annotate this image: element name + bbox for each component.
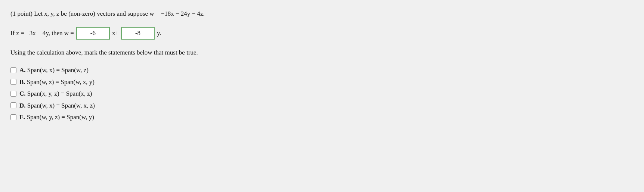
checkbox-e[interactable]: [10, 114, 16, 120]
choice-item-b: B. Span(w, z) = Span(w, x, y): [10, 77, 634, 87]
choice-label-c: C. Span(x, y, z) = Span(x, z): [19, 89, 92, 99]
checkbox-c[interactable]: [10, 91, 16, 97]
choice-letter-e: E.: [19, 114, 25, 121]
fill-in-line: If z = −3x − 4y, then w = -6 x+ -8 y.: [10, 27, 634, 40]
instruction-text: Using the calculation above, mark the st…: [10, 48, 634, 58]
choice-letter-a: A.: [19, 66, 26, 74]
header-text: (1 point) Let x, y, z be (non-zero) vect…: [10, 10, 205, 17]
choice-item-d: D. Span(w, x) = Span(w, x, z): [10, 101, 634, 111]
checkbox-a[interactable]: [10, 67, 16, 73]
choice-item-c: C. Span(x, y, z) = Span(x, z): [10, 89, 634, 99]
instruction-label: Using the calculation above, mark the st…: [10, 49, 198, 56]
choice-letter-b: B.: [19, 78, 25, 86]
choice-item-a: A. Span(w, x) = Span(w, z): [10, 65, 634, 75]
choice-label-d: D. Span(w, x) = Span(w, x, z): [19, 101, 95, 111]
choice-item-e: E. Span(w, y, z) = Span(w, y): [10, 112, 634, 122]
choice-label-b: B. Span(w, z) = Span(w, x, y): [19, 77, 95, 87]
fill-in-suffix: y.: [157, 30, 161, 37]
choices-list: A. Span(w, x) = Span(w, z) B. Span(w, z)…: [10, 65, 634, 122]
checkbox-b[interactable]: [10, 79, 16, 85]
choice-letter-d: D.: [19, 102, 26, 109]
problem-header: (1 point) Let x, y, z be (non-zero) vect…: [10, 9, 634, 19]
problem-container: (1 point) Let x, y, z be (non-zero) vect…: [10, 9, 634, 122]
checkbox-d[interactable]: [10, 102, 16, 108]
choice-letter-c: C.: [19, 90, 26, 97]
choice-label-a: A. Span(w, x) = Span(w, z): [19, 65, 89, 75]
fill-in-middle: x+: [112, 30, 119, 37]
fill-in-prefix: If z = −3x − 4y, then w =: [10, 30, 74, 37]
answer-box-2[interactable]: -8: [121, 27, 155, 40]
answer-box-1[interactable]: -6: [76, 27, 110, 40]
choice-label-e: E. Span(w, y, z) = Span(w, y): [19, 112, 94, 122]
